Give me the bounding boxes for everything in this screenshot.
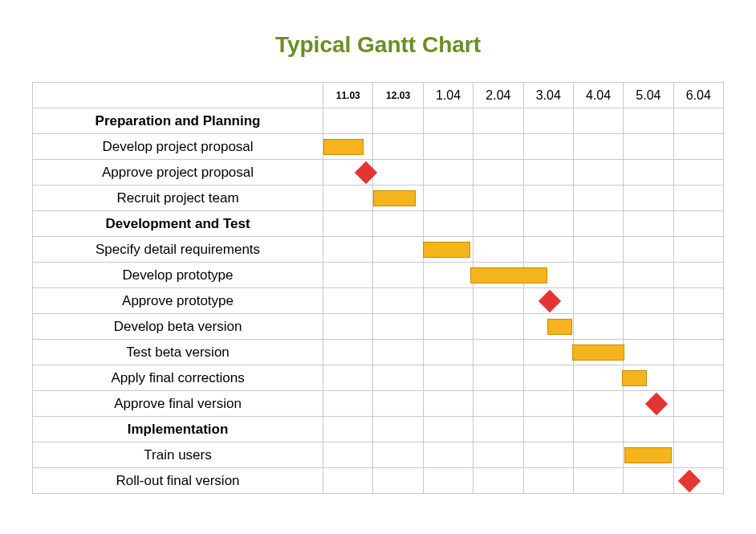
gantt-cell xyxy=(474,442,523,468)
gantt-cell xyxy=(323,134,373,160)
gantt-cell xyxy=(624,185,673,211)
gantt-cell xyxy=(523,211,573,237)
gantt-cell xyxy=(423,340,473,365)
chart-title: Typical Gantt Chart xyxy=(0,32,756,58)
task-label: Develop beta version xyxy=(33,314,323,340)
task-label: Roll-out final version xyxy=(33,468,323,494)
gantt-cell xyxy=(373,314,423,340)
gantt-cell xyxy=(624,340,673,365)
task-label: Develop prototype xyxy=(33,263,323,288)
gantt-cell xyxy=(373,468,423,494)
gantt-cell xyxy=(423,237,473,263)
gantt-cell xyxy=(373,365,423,391)
gantt-cell xyxy=(573,263,623,288)
gantt-task-row: Develop project proposal xyxy=(33,134,724,160)
gantt-cell xyxy=(373,263,423,288)
gantt-cell xyxy=(474,108,523,134)
gantt-task-row: Test beta version xyxy=(33,340,724,365)
gantt-task-row: Roll-out final version xyxy=(33,468,724,494)
time-header: 3.04 xyxy=(523,83,573,108)
gantt-cell xyxy=(474,185,523,211)
gantt-cell xyxy=(673,417,723,442)
gantt-cell xyxy=(573,160,623,185)
gantt-cell xyxy=(523,314,573,340)
time-header: 11.03 xyxy=(323,83,373,108)
gantt-cell xyxy=(523,365,573,391)
gantt-cell xyxy=(673,391,723,417)
gantt-group-row: Preparation and Planning xyxy=(33,108,724,134)
gantt-cell xyxy=(474,263,523,288)
gantt-cell xyxy=(673,263,723,288)
time-header: 12.03 xyxy=(373,83,423,108)
gantt-cell xyxy=(573,417,623,442)
gantt-cell xyxy=(373,211,423,237)
gantt-cell xyxy=(673,211,723,237)
gantt-task-row: Approve prototype xyxy=(33,288,724,314)
task-label: Apply final corrections xyxy=(33,365,323,391)
gantt-cell xyxy=(624,160,673,185)
gantt-cell xyxy=(673,160,723,185)
gantt-cell xyxy=(323,314,373,340)
gantt-cell xyxy=(523,288,573,314)
gantt-cell xyxy=(624,314,673,340)
task-label: Specify detail requirements xyxy=(33,237,323,263)
time-header: 1.04 xyxy=(423,83,473,108)
gantt-cell xyxy=(323,417,373,442)
gantt-cell xyxy=(573,237,623,263)
group-label: Preparation and Planning xyxy=(33,108,323,134)
task-label: Develop project proposal xyxy=(33,134,323,160)
gantt-cell xyxy=(624,237,673,263)
task-label: Approve final version xyxy=(33,391,323,417)
gantt-cell xyxy=(423,108,473,134)
gantt-cell xyxy=(523,134,573,160)
gantt-cell xyxy=(423,185,473,211)
gantt-cell xyxy=(423,417,473,442)
gantt-cell xyxy=(523,237,573,263)
gantt-cell xyxy=(474,314,523,340)
group-label: Implementation xyxy=(33,417,323,442)
task-label: Train users xyxy=(33,442,323,468)
gantt-cell xyxy=(323,468,373,494)
gantt-cell xyxy=(323,185,373,211)
gantt-cell xyxy=(624,288,673,314)
gantt-cell xyxy=(523,417,573,442)
gantt-cell xyxy=(624,417,673,442)
gantt-cell xyxy=(423,314,473,340)
gantt-cell xyxy=(423,288,473,314)
gantt-cell xyxy=(474,237,523,263)
task-label: Approve project proposal xyxy=(33,160,323,185)
gantt-cell xyxy=(373,340,423,365)
time-header: 6.04 xyxy=(673,83,723,108)
gantt-cell xyxy=(523,160,573,185)
gantt-cell xyxy=(673,340,723,365)
gantt-cell xyxy=(323,160,373,185)
gantt-cell xyxy=(323,288,373,314)
gantt-cell xyxy=(423,391,473,417)
gantt-cell xyxy=(573,442,623,468)
gantt-cell xyxy=(673,442,723,468)
gantt-cell xyxy=(323,237,373,263)
gantt-cell xyxy=(573,340,623,365)
gantt-cell xyxy=(373,417,423,442)
gantt-chart: 11.03 12.03 1.04 2.04 3.04 4.04 5.04 6.0… xyxy=(32,82,724,494)
gantt-cell xyxy=(373,134,423,160)
gantt-cell xyxy=(673,314,723,340)
gantt-cell xyxy=(624,468,673,494)
gantt-cell xyxy=(474,391,523,417)
gantt-cell xyxy=(673,237,723,263)
gantt-cell xyxy=(474,417,523,442)
gantt-cell xyxy=(423,468,473,494)
gantt-cell xyxy=(523,108,573,134)
gantt-cell xyxy=(523,185,573,211)
gantt-group-row: Development and Test xyxy=(33,211,724,237)
gantt-cell xyxy=(373,108,423,134)
task-label: Test beta version xyxy=(33,340,323,365)
gantt-cell xyxy=(523,391,573,417)
gantt-cell xyxy=(423,211,473,237)
gantt-task-row: Specify detail requirements xyxy=(33,237,724,263)
gantt-task-row: Apply final corrections xyxy=(33,365,724,391)
gantt-cell xyxy=(624,211,673,237)
gantt-cell xyxy=(573,134,623,160)
task-label: Approve prototype xyxy=(33,288,323,314)
gantt-cell xyxy=(423,442,473,468)
